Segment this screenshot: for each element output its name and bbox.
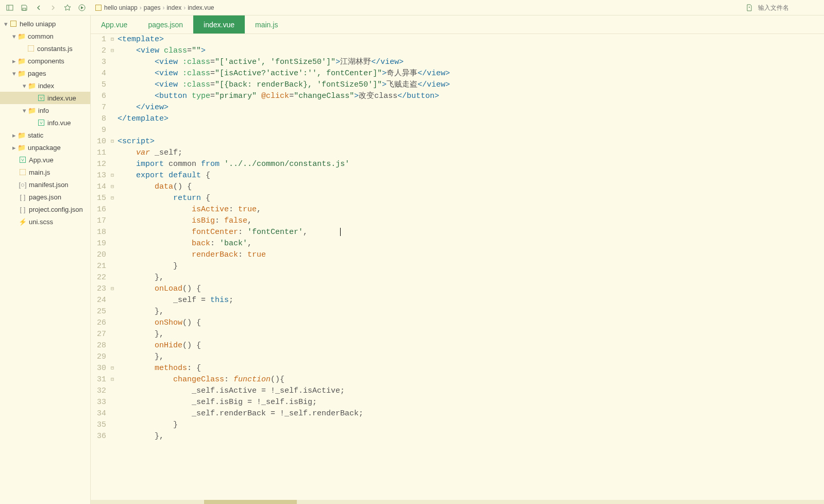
horizontal-scrollbar[interactable] [91,500,824,504]
tree-label: pages.json [29,193,61,201]
folder-icon: 📁 [28,106,36,114]
tree-file[interactable]: constants.js [0,42,90,55]
file-search-input[interactable] [758,4,820,11]
tree-folder[interactable]: ▾📁index [0,79,90,92]
breadcrumb-item[interactable]: hello uniapp [104,4,138,11]
tree-folder[interactable]: ▸📁unpackage [0,141,90,154]
vue-icon: V [19,156,27,164]
tree-folder[interactable]: ▸📁static [0,129,90,141]
scss-icon: ⚡ [19,217,27,226]
tree-file[interactable]: [ ]project.config.json [0,203,90,215]
tree-label: pages [28,70,46,77]
chevron-right-icon: ▸ [10,57,18,65]
nav-back-icon[interactable] [33,2,44,13]
tab-index-vue[interactable]: index.vue [193,15,245,33]
tab-app-vue[interactable]: App.vue [91,15,138,33]
chevron-right-icon: › [140,4,142,11]
tree-label: manifest.json [29,181,69,189]
chevron-down-icon: ▾ [10,70,18,77]
tree-label: project.config.json [29,206,83,213]
svg-rect-2 [23,8,26,10]
folder-icon: 📁 [18,32,26,40]
svg-rect-0 [7,5,13,10]
chevron-down-icon: ▾ [21,82,28,90]
breadcrumb: hello uniapp › pages › index › index.vue [95,4,214,11]
tree-label: components [28,57,64,65]
tree-label: info.vue [47,119,71,127]
project-root[interactable]: ▾ hello uniapp [0,18,90,30]
file-explorer[interactable]: ▾ hello uniapp ▾📁common constants.js ▸📁c… [0,15,91,504]
folder-icon: 📁 [28,81,36,90]
tree-file[interactable]: ⚡uni.scss [0,215,90,228]
tree-file[interactable]: [ ]pages.json [0,191,90,203]
chevron-down-icon: ▾ [21,107,28,114]
breadcrumb-item[interactable]: index.vue [188,4,214,11]
tree-label: index.vue [47,94,76,102]
tree-file[interactable]: VApp.vue [0,154,90,166]
tree-label: constants.js [37,45,73,53]
breadcrumb-item[interactable]: index [166,4,181,11]
tree-label: App.vue [29,156,54,164]
tree-label: hello uniapp [20,20,56,28]
code-editor[interactable]: 1234567891011121314151617181920212223242… [91,34,824,500]
save-icon[interactable] [19,2,30,13]
new-file-icon[interactable] [744,2,755,13]
vue-icon: V [37,94,45,102]
scrollbar-thumb[interactable] [204,500,297,504]
code-area[interactable]: <template> <view class=""> <view :class=… [115,34,824,500]
chevron-right-icon: › [162,4,164,11]
toolbar: hello uniapp › pages › index › index.vue [0,0,824,15]
folder-icon: 📁 [18,143,26,152]
tree-label: common [28,32,54,40]
tree-folder[interactable]: ▾📁common [0,30,90,42]
js-icon [27,44,35,53]
folder-icon: 📁 [18,69,26,77]
tree-file[interactable]: Vinfo.vue [0,116,90,129]
nav-forward-icon[interactable] [47,2,59,13]
chevron-right-icon: ▸ [10,131,18,139]
breadcrumb-item[interactable]: pages [144,4,161,11]
tree-label: main.js [29,169,50,176]
tree-label: info [38,107,49,114]
project-icon [95,4,102,11]
js-icon [19,168,27,176]
vue-icon: V [37,119,45,127]
bookmark-icon[interactable] [62,2,73,13]
collapse-panel-icon[interactable] [4,2,15,13]
json-icon: [ ] [19,205,27,213]
text-cursor [340,228,341,236]
fold-gutter[interactable]: ⊟⊟⊟⊟⊟⊟⊟⊟⊟ [109,34,115,500]
editor-tabs: App.vue pages.json index.vue main.js [91,15,824,34]
tab-pages-json[interactable]: pages.json [138,15,193,33]
tree-folder[interactable]: ▾📁info [0,104,90,116]
folder-icon: 📁 [18,131,26,139]
tree-folder[interactable]: ▸📁components [0,55,90,67]
chevron-down-icon: ▾ [10,32,18,40]
svg-rect-7 [20,169,26,175]
json-icon: [○] [19,180,27,189]
tree-label: index [38,82,54,90]
tab-main-js[interactable]: main.js [245,15,288,33]
tree-label: uni.scss [29,218,53,226]
chevron-right-icon: › [183,4,186,11]
tree-file[interactable]: main.js [0,166,90,178]
run-icon[interactable] [76,2,88,13]
svg-rect-6 [28,45,34,52]
tree-file[interactable]: [○]manifest.json [0,178,90,191]
chevron-down-icon: ▾ [2,20,9,28]
tree-file-active[interactable]: Vindex.vue [0,92,90,104]
chevron-right-icon: ▸ [10,144,18,152]
folder-icon: 📁 [18,57,26,65]
tree-label: unpackage [28,144,61,152]
tree-folder[interactable]: ▾📁pages [0,67,90,79]
project-icon [9,20,18,28]
line-gutter: 1234567891011121314151617181920212223242… [91,34,109,500]
tree-label: static [28,131,43,139]
json-icon: [ ] [19,193,27,201]
